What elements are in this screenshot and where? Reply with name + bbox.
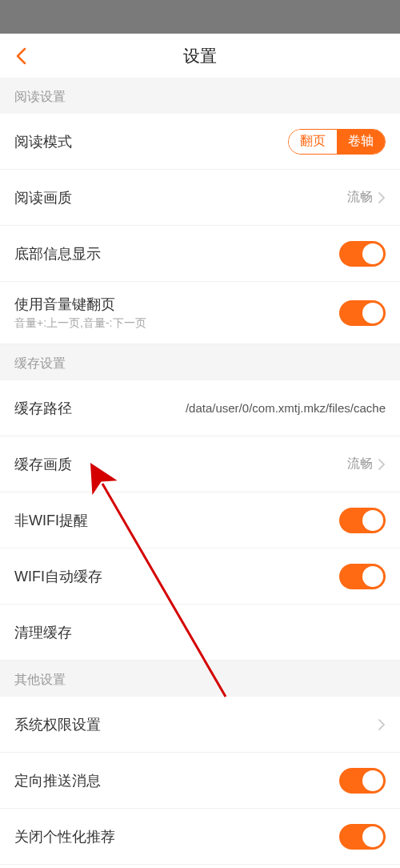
section-header-cache: 缓存设置 xyxy=(0,344,400,380)
volume-flip-sub: 音量+:上一页,音量-:下一页 xyxy=(14,316,146,331)
seg-page-flip[interactable]: 翻页 xyxy=(289,130,337,154)
row-cache-path: 缓存路径 /data/user/0/com.xmtj.mkz/files/cac… xyxy=(0,380,400,436)
row-check-update[interactable]: 检查更新 xyxy=(0,865,400,868)
cache-quality-label: 缓存画质 xyxy=(14,455,72,474)
personal-switch[interactable] xyxy=(339,824,386,850)
page-title: 设置 xyxy=(183,45,217,67)
seg-scroll[interactable]: 卷轴 xyxy=(337,130,385,154)
chevron-right-icon xyxy=(378,718,386,731)
clear-cache-label: 清理缓存 xyxy=(14,623,72,642)
row-bottom-info: 底部信息显示 xyxy=(0,226,400,282)
cache-path-label: 缓存路径 xyxy=(14,399,72,418)
chevron-right-icon xyxy=(378,191,386,204)
wifi-auto-label: WIFI自动缓存 xyxy=(14,567,102,586)
personal-label: 关闭个性化推荐 xyxy=(14,827,115,846)
section-header-other: 其他设置 xyxy=(0,661,400,697)
system-perm-label: 系统权限设置 xyxy=(14,715,101,734)
row-non-wifi: 非WIFI提醒 xyxy=(0,492,400,549)
row-cache-quality[interactable]: 缓存画质 流畅 xyxy=(0,436,400,492)
push-switch[interactable] xyxy=(339,768,386,794)
reading-quality-label: 阅读画质 xyxy=(14,188,72,207)
non-wifi-switch[interactable] xyxy=(339,508,386,533)
bottom-info-switch[interactable] xyxy=(339,241,386,267)
row-reading-quality[interactable]: 阅读画质 流畅 xyxy=(0,170,400,226)
chevron-right-icon xyxy=(378,458,386,471)
reading-mode-segment: 翻页 卷轴 xyxy=(288,129,386,155)
bottom-info-label: 底部信息显示 xyxy=(14,244,101,263)
non-wifi-label: 非WIFI提醒 xyxy=(14,511,88,530)
volume-flip-label: 使用音量键翻页 xyxy=(14,295,146,314)
section-header-reading: 阅读设置 xyxy=(0,78,400,114)
nav-bar: 设置 xyxy=(0,34,400,78)
reading-mode-label: 阅读模式 xyxy=(14,132,72,151)
status-bar xyxy=(0,0,400,34)
reading-quality-value: 流畅 xyxy=(347,189,373,206)
back-icon xyxy=(15,47,26,65)
row-personal: 关闭个性化推荐 xyxy=(0,809,400,865)
row-push: 定向推送消息 xyxy=(0,753,400,809)
volume-flip-switch[interactable] xyxy=(339,300,386,326)
row-clear-cache[interactable]: 清理缓存 xyxy=(0,605,400,661)
cache-path-value: /data/user/0/com.xmtj.mkz/files/cache xyxy=(186,401,386,415)
wifi-auto-switch[interactable] xyxy=(339,564,386,589)
row-system-perm[interactable]: 系统权限设置 xyxy=(0,697,400,753)
row-volume-flip: 使用音量键翻页 音量+:上一页,音量-:下一页 xyxy=(0,282,400,344)
cache-quality-value: 流畅 xyxy=(347,456,373,472)
back-button[interactable] xyxy=(11,46,30,66)
row-reading-mode: 阅读模式 翻页 卷轴 xyxy=(0,114,400,170)
row-wifi-auto: WIFI自动缓存 xyxy=(0,549,400,605)
push-label: 定向推送消息 xyxy=(14,771,101,790)
